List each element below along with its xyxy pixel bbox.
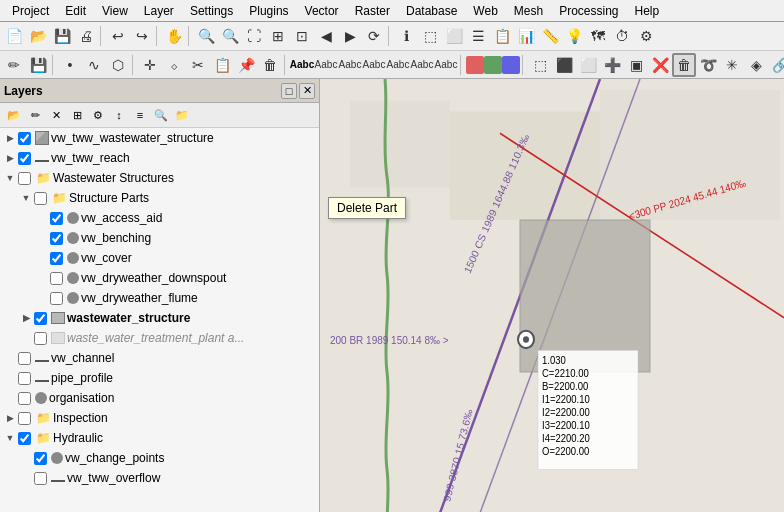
btn-identify[interactable]: ℹ	[394, 24, 418, 48]
menu-mesh[interactable]: Mesh	[506, 2, 551, 20]
btn-print[interactable]: 🗺	[586, 24, 610, 48]
btn-adv10[interactable]: ◈	[744, 53, 768, 77]
btn-paste-feat[interactable]: 📌	[234, 53, 258, 77]
btn-label6[interactable]: Aabc	[410, 53, 434, 77]
btn-label4[interactable]: Aabc	[362, 53, 386, 77]
menu-processing[interactable]: Processing	[551, 2, 626, 20]
expand-icon-10[interactable]: ▶	[20, 312, 32, 324]
layer-item-18[interactable]: ▶ vw_tww_overflow	[0, 468, 319, 488]
btn-zoomlast[interactable]: ◀	[314, 24, 338, 48]
layer-check-7[interactable]	[50, 252, 63, 265]
btn-redo[interactable]: ↪	[130, 24, 154, 48]
btn-map-tips[interactable]: 💡	[562, 24, 586, 48]
btn-pan[interactable]: ✋	[162, 24, 186, 48]
layers-btn-remove[interactable]: ✕	[46, 105, 66, 125]
layer-check-8[interactable]	[50, 272, 63, 285]
btn-label2[interactable]: Aabc	[314, 53, 338, 77]
btn-save[interactable]: 💾	[50, 24, 74, 48]
btn-deselect[interactable]: ⬜	[442, 24, 466, 48]
layers-btn-add[interactable]: ✏	[25, 105, 45, 125]
layer-check-9[interactable]	[50, 292, 63, 305]
btn-saveall[interactable]: 🖨	[74, 24, 98, 48]
layer-item-6[interactable]: ▶ vw_benching	[0, 228, 319, 248]
menu-help[interactable]: Help	[627, 2, 668, 20]
layers-btn-options[interactable]: ⚙	[88, 105, 108, 125]
btn-node[interactable]: ⬦	[162, 53, 186, 77]
btn-adv11[interactable]: 🔗	[768, 53, 784, 77]
layer-item-15[interactable]: ▶ 📁 Inspection	[0, 408, 319, 428]
menu-view[interactable]: View	[94, 2, 136, 20]
btn-zoomout[interactable]: 🔍	[218, 24, 242, 48]
layer-check-10[interactable]	[34, 312, 47, 325]
menu-settings[interactable]: Settings	[182, 2, 241, 20]
btn-adv8[interactable]: ➰	[696, 53, 720, 77]
btn-adv5[interactable]: ▣	[624, 53, 648, 77]
layer-item-5[interactable]: ▶ vw_access_aid	[0, 208, 319, 228]
btn-color3[interactable]	[502, 56, 520, 74]
menu-web[interactable]: Web	[465, 2, 505, 20]
btn-zoomin[interactable]: 🔍	[194, 24, 218, 48]
btn-settings[interactable]: ⚙	[634, 24, 658, 48]
layer-check-11[interactable]	[34, 332, 47, 345]
layer-item-10[interactable]: ▶ wastewater_structure	[0, 308, 319, 328]
layer-item-14[interactable]: ▶ organisation	[0, 388, 319, 408]
layer-check-16[interactable]	[18, 432, 31, 445]
layer-item-2[interactable]: ▶ vw_tww_reach	[0, 148, 319, 168]
btn-save-edits[interactable]: 💾	[26, 53, 50, 77]
layer-item-12[interactable]: ▶ vw_channel	[0, 348, 319, 368]
btn-copy-feat[interactable]: 📋	[210, 53, 234, 77]
btn-adv4[interactable]: ➕	[600, 53, 624, 77]
layer-item-17[interactable]: ▶ vw_change_points	[0, 448, 319, 468]
expand-icon-16[interactable]: ▼	[4, 432, 16, 444]
layer-check-17[interactable]	[34, 452, 47, 465]
expand-icon-3[interactable]: ▼	[4, 172, 16, 184]
menu-raster[interactable]: Raster	[347, 2, 398, 20]
btn-select[interactable]: ⬚	[418, 24, 442, 48]
layer-check-18[interactable]	[34, 472, 47, 485]
btn-color1[interactable]	[466, 56, 484, 74]
btn-adv2[interactable]: ⬛	[552, 53, 576, 77]
btn-zoomsel[interactable]: ⊞	[266, 24, 290, 48]
btn-delete-part[interactable]: 🗑	[672, 53, 696, 77]
layer-item-4[interactable]: ▼ 📁 Structure Parts	[0, 188, 319, 208]
btn-toggle-edit[interactable]: ✏	[2, 53, 26, 77]
layers-btn-sort[interactable]: ↕	[109, 105, 129, 125]
btn-time[interactable]: ⏱	[610, 24, 634, 48]
layers-btn-group[interactable]: 📁	[172, 105, 192, 125]
layer-check-15[interactable]	[18, 412, 31, 425]
btn-digitize-point[interactable]: •	[58, 53, 82, 77]
layer-item-11[interactable]: ▶ waste_water_treatment_plant a...	[0, 328, 319, 348]
btn-refresh[interactable]: ⟳	[362, 24, 386, 48]
layer-check-2[interactable]	[18, 152, 31, 165]
layer-item-16[interactable]: ▼ 📁 Hydraulic	[0, 428, 319, 448]
btn-zoomfull[interactable]: ⛶	[242, 24, 266, 48]
btn-color2[interactable]	[484, 56, 502, 74]
menu-plugins[interactable]: Plugins	[241, 2, 296, 20]
btn-label5[interactable]: Aabc	[386, 53, 410, 77]
btn-undo[interactable]: ↩	[106, 24, 130, 48]
menu-layer[interactable]: Layer	[136, 2, 182, 20]
btn-label7[interactable]: Aabc	[434, 53, 458, 77]
btn-zoomnext[interactable]: ▶	[338, 24, 362, 48]
layers-btn-open[interactable]: 📂	[4, 105, 24, 125]
expand-icon-15[interactable]: ▶	[4, 412, 16, 424]
btn-cut-feat[interactable]: ✂	[186, 53, 210, 77]
btn-label3[interactable]: Aabc	[338, 53, 362, 77]
btn-adv1[interactable]: ⬚	[528, 53, 552, 77]
layer-item-3[interactable]: ▼ 📁 Wastewater Structures	[0, 168, 319, 188]
btn-delete-feat[interactable]: 🗑	[258, 53, 282, 77]
expand-icon-4[interactable]: ▼	[20, 192, 32, 204]
btn-move[interactable]: ✛	[138, 53, 162, 77]
btn-open[interactable]: 📂	[26, 24, 50, 48]
panel-float-btn[interactable]: □	[281, 83, 297, 99]
menu-edit[interactable]: Edit	[57, 2, 94, 20]
layer-check-12[interactable]	[18, 352, 31, 365]
layer-item-8[interactable]: ▶ vw_dryweather_downspout	[0, 268, 319, 288]
menu-vector[interactable]: Vector	[297, 2, 347, 20]
btn-zoomlayer[interactable]: ⊡	[290, 24, 314, 48]
btn-digitize-line[interactable]: ∿	[82, 53, 106, 77]
btn-adv3[interactable]: ⬜	[576, 53, 600, 77]
layer-check-5[interactable]	[50, 212, 63, 225]
layer-check-14[interactable]	[18, 392, 31, 405]
btn-adv6[interactable]: ❌	[648, 53, 672, 77]
